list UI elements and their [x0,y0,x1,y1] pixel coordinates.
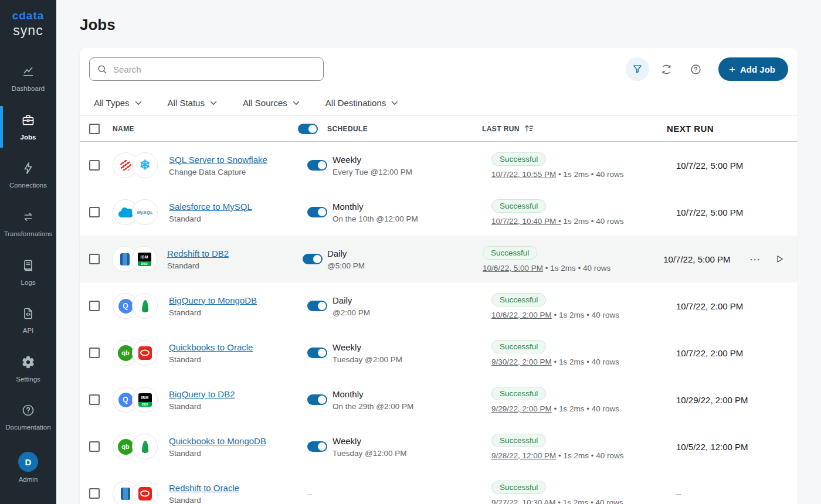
sidebar-item-logs[interactable]: Logs [0,251,56,294]
job-vendor-icons [113,340,169,366]
schedule-toggle[interactable] [307,301,327,311]
job-name-link[interactable]: BigQuery to DB2 [169,389,235,399]
schedule-toggle[interactable] [307,441,327,452]
sidebar-item-api[interactable]: API [0,299,56,342]
job-name-link[interactable]: Quickbooks to Oracle [169,342,253,352]
row-checkbox[interactable] [89,348,100,358]
schedule-detail: On the 29th @2:00 PM [333,402,491,411]
help-icon [690,63,702,76]
sort-ascending-icon [524,124,534,132]
last-run-meta: • 1s 2ms • 40 rows [556,170,623,179]
table-row: Redshift to Oracle Standard – Successful… [80,470,798,504]
chevron-down-icon [293,101,300,105]
last-run-link[interactable]: 9/30/22, 2:00 PM [491,357,552,366]
status-badge: Successful [491,481,546,494]
filter-all-status[interactable]: All Status [168,98,217,108]
table-row: SQL Server to Snowflake Change Data Capt… [80,142,798,189]
last-run-link[interactable]: 10/7/22, 10:40 PM • [491,217,561,226]
row-checkbox[interactable] [89,394,100,405]
schedule-master-toggle[interactable] [298,124,318,134]
last-run-link[interactable]: 9/27/22, 10:30 AM [491,498,556,504]
schedule-frequency: Monthly [333,389,491,399]
next-run-value: – [676,489,764,499]
column-header-last-run[interactable]: LAST RUN [482,124,667,133]
job-name-link[interactable]: Salesforce to MySQL [169,202,252,212]
schedule-frequency: Weekly [333,436,491,446]
row-checkbox[interactable] [89,207,100,217]
row-run-button[interactable] [774,254,785,264]
refresh-button[interactable] [655,57,678,81]
last-run-link[interactable]: 10/6/22, 2:00 PM [491,311,552,319]
schedule-toggle[interactable] [307,394,327,405]
last-run-link[interactable]: 9/29/22, 2:00 PM [491,404,552,413]
destination-vendor-icon [132,434,158,459]
sidebar-item-jobs[interactable]: Jobs [0,106,56,148]
select-all-checkbox[interactable] [89,124,100,134]
filter-all-types[interactable]: All Types [94,98,142,108]
job-vendor-icons [112,246,167,272]
filter-all-sources[interactable]: All Sources [243,98,300,108]
sidebar-item-connections[interactable]: Connections [0,154,56,196]
search-input[interactable] [89,57,324,81]
last-run-meta: • 1s 2ms • 40 rows [552,357,619,366]
transformations-icon [21,210,35,226]
chevron-down-icon [135,101,142,105]
logo-sync: sync [0,23,56,39]
settings-icon [21,355,35,372]
sidebar-item-dashboard[interactable]: Dashboard [0,57,56,100]
toolbar-right: + Add Job [626,57,788,81]
next-run-value: 10/7/22, 5:00 PM [663,254,749,264]
job-vendor-icons [113,199,169,225]
job-name-link[interactable]: SQL Server to Snowflake [169,155,267,165]
last-run-link[interactable]: 9/28/22, 12:00 PM [491,451,556,460]
last-run-link[interactable]: 10/7/22, 10:55 PM [491,170,556,179]
sidebar-item-admin[interactable]: D Admin [0,445,56,491]
help-button[interactable] [684,57,708,81]
row-more-button[interactable]: ⋯ [749,253,761,266]
last-run-meta: • 1s 2ms • 40 rows [556,451,623,460]
sidebar-item-settings[interactable]: Settings [0,348,56,390]
job-vendor-icons [113,434,169,459]
schedule-toggle[interactable] [307,160,327,171]
jobs-icon [21,113,35,130]
destination-vendor-icon [132,293,158,319]
job-type-label: Standard [169,214,307,223]
sidebar-item-documentation[interactable]: Documentation [0,396,56,438]
job-type-label: Standard [169,449,307,458]
job-name-link[interactable]: Quickbooks to MongoDB [169,436,266,446]
job-type-label: Standard [169,355,307,364]
job-vendor-icons [113,481,169,504]
schedule-toggle[interactable] [307,207,327,217]
row-checkbox[interactable] [89,160,100,171]
last-run-link[interactable]: 10/6/22, 5:00 PM [483,264,543,273]
row-checkbox[interactable] [89,254,100,264]
destination-vendor-icon [132,199,158,225]
row-checkbox[interactable] [89,488,100,499]
filter-row: All Types All Status All Sources All Des… [80,90,798,116]
help-circle-icon [21,403,35,420]
refresh-icon [660,63,673,76]
row-checkbox[interactable] [89,301,100,311]
schedule-frequency: Weekly [333,155,491,165]
page-title: Jobs [56,0,821,48]
sidebar-item-transformations[interactable]: Transformations [0,203,56,245]
schedule-toggle[interactable] [303,254,323,264]
status-badge: Successful [491,387,546,400]
row-checkbox[interactable] [89,441,100,452]
sidebar: cdata sync Dashboard Jobs Connections Tr… [0,0,56,504]
table-header: NAME SCHEDULE LAST RUN NEXT RUN [80,116,798,142]
job-type-label: Standard [167,261,303,270]
app-logo: cdata sync [0,0,56,42]
schedule-frequency: Daily [327,248,483,258]
job-name-link[interactable]: Redshift to Oracle [169,483,239,493]
status-badge: Successful [491,293,546,307]
filter-button[interactable] [626,57,649,81]
filter-all-destinations[interactable]: All Destinations [325,98,398,108]
add-job-button[interactable]: + Add Job [718,57,788,81]
job-type-label: Change Data Capture [169,168,307,176]
play-icon [774,254,785,264]
table-row: BigQuery to MongoDB Standard – Daily @2:… [80,282,798,329]
job-name-link[interactable]: BigQuery to MongoDB [169,295,257,305]
job-name-link[interactable]: Redshift to DB2 [167,248,229,258]
schedule-toggle[interactable] [307,348,327,358]
